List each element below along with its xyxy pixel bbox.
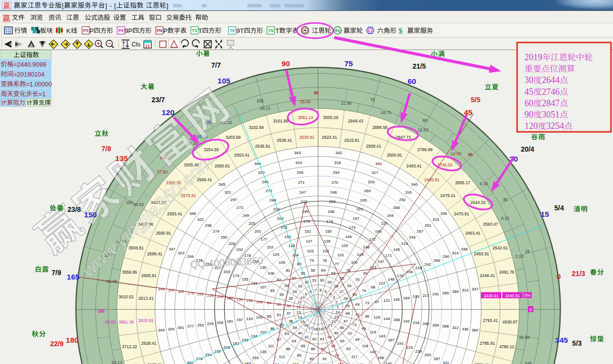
svg-text:158: 158 <box>242 338 249 342</box>
svg-text:165: 165 <box>67 273 80 281</box>
svg-text:105: 105 <box>257 98 263 103</box>
svg-text:2542.61: 2542.61 <box>493 245 508 250</box>
svg-text:61: 61 <box>277 313 281 317</box>
svg-text:60: 60 <box>407 77 416 85</box>
svg-text:40: 40 <box>298 331 303 335</box>
svg-text:21/3: 21/3 <box>571 270 585 278</box>
svg-text:159: 159 <box>252 356 259 360</box>
svg-text:2949.43: 2949.43 <box>348 119 363 123</box>
svg-text:49: 49 <box>355 302 359 307</box>
svg-text:265: 265 <box>442 291 449 295</box>
svg-text:2440.91: 2440.91 <box>505 293 520 298</box>
svg-text:39: 39 <box>292 325 297 330</box>
svg-text:97: 97 <box>375 300 379 304</box>
svg-text:3101.99: 3101.99 <box>273 119 288 123</box>
svg-text:360: 360 <box>472 328 479 332</box>
svg-text:13: 13 <box>296 310 301 315</box>
svg-text:201: 201 <box>255 229 262 234</box>
svg-text:266: 266 <box>434 258 440 263</box>
svg-text:130: 130 <box>260 265 267 270</box>
svg-text:5: 5 <box>325 289 327 294</box>
svg-text:349: 349 <box>158 328 165 332</box>
svg-text:90: 90 <box>309 357 314 361</box>
svg-text:2523.41: 2523.41 <box>322 135 337 140</box>
svg-text:30: 30 <box>503 197 508 202</box>
svg-text:133: 133 <box>246 317 253 321</box>
svg-text:167: 167 <box>388 338 395 342</box>
svg-text:183: 183 <box>244 362 251 364</box>
svg-text:19: 19 <box>318 327 323 331</box>
svg-text:24: 24 <box>336 310 340 315</box>
svg-text:226: 226 <box>228 242 235 246</box>
svg-text:70: 70 <box>348 331 352 336</box>
svg-text:25.00: 25.00 <box>300 99 311 104</box>
svg-text:41: 41 <box>305 335 309 339</box>
svg-text:2491.76: 2491.76 <box>499 270 515 275</box>
svg-text:7/7: 7/7 <box>211 61 221 69</box>
svg-text:249: 249 <box>243 213 250 218</box>
svg-text:2793.41: 2793.41 <box>482 318 498 323</box>
svg-text:340: 340 <box>411 182 418 187</box>
svg-text:2695.17: 2695.17 <box>455 180 471 185</box>
svg-text:267: 267 <box>417 229 424 234</box>
svg-text:175: 175 <box>303 219 310 224</box>
svg-text:223: 223 <box>301 200 307 204</box>
svg-text:288: 288 <box>442 324 449 328</box>
svg-text:346: 346 <box>189 211 196 216</box>
svg-text:2508.41: 2508.41 <box>366 144 381 149</box>
svg-text:=1: =1 <box>39 91 45 98</box>
svg-text:109: 109 <box>256 315 263 320</box>
svg-text:9.38: 9.38 <box>480 181 488 186</box>
svg-text:T: T <box>198 27 202 35</box>
svg-text:170: 170 <box>397 274 404 278</box>
svg-text:45: 45 <box>334 331 339 335</box>
svg-text:112: 112 <box>279 355 285 359</box>
svg-text:18.75: 18.75 <box>381 110 392 115</box>
svg-text:228: 228 <box>207 293 214 298</box>
svg-text:30: 30 <box>320 278 324 283</box>
svg-text:57: 57 <box>292 276 296 281</box>
svg-text:2545.91: 2545.91 <box>255 144 270 149</box>
svg-text:=1.00000: =1.00000 <box>26 81 52 88</box>
svg-text:23: 23 <box>334 315 339 320</box>
svg-text:90: 90 <box>314 90 319 95</box>
svg-text:2746: 2746 <box>542 87 560 97</box>
svg-text:48: 48 <box>346 311 350 316</box>
svg-text:252: 252 <box>197 292 204 296</box>
svg-text:2440.91: 2440.91 <box>484 293 499 298</box>
svg-text:277: 277 <box>187 324 194 328</box>
svg-text:125: 125 <box>341 243 348 248</box>
svg-text:120: 120 <box>162 108 175 117</box>
svg-text:2847: 2847 <box>542 98 560 108</box>
svg-text:Big: Big <box>335 29 341 33</box>
svg-text:]: ] <box>167 2 169 9</box>
svg-text:324: 324 <box>168 288 175 292</box>
svg-text:218: 218 <box>415 266 422 270</box>
svg-text:272: 272 <box>265 189 272 193</box>
svg-text:293: 293 <box>368 180 375 184</box>
svg-text:28.13: 28.13 <box>260 106 271 111</box>
svg-text:74: 74 <box>361 288 366 293</box>
svg-text:50.00: 50.00 <box>105 320 116 324</box>
svg-text:291: 291 <box>425 223 432 228</box>
svg-text:296: 296 <box>262 180 269 184</box>
svg-text:18: 18 <box>313 327 318 331</box>
svg-text:3712.22: 3712.22 <box>122 344 137 349</box>
svg-text:66: 66 <box>311 347 315 351</box>
svg-text:31: 31 <box>312 278 316 283</box>
svg-text:169: 169 <box>403 296 410 300</box>
svg-text:54: 54 <box>321 268 325 273</box>
svg-text:TN: TN <box>268 29 273 33</box>
svg-text:314: 314 <box>452 251 459 255</box>
svg-text:3051.14: 3051.14 <box>298 115 313 120</box>
svg-text:9: 9 <box>305 292 307 296</box>
svg-text:320: 320 <box>258 170 265 175</box>
svg-text:174: 174 <box>326 219 333 224</box>
svg-text:127: 127 <box>306 239 313 243</box>
svg-text:181: 181 <box>226 319 233 324</box>
svg-text:14: 14 <box>298 315 302 320</box>
svg-text:P: P <box>163 27 168 35</box>
svg-text:45: 45 <box>525 87 533 97</box>
svg-text:217: 217 <box>423 293 430 298</box>
svg-text:47: 47 <box>343 319 348 324</box>
